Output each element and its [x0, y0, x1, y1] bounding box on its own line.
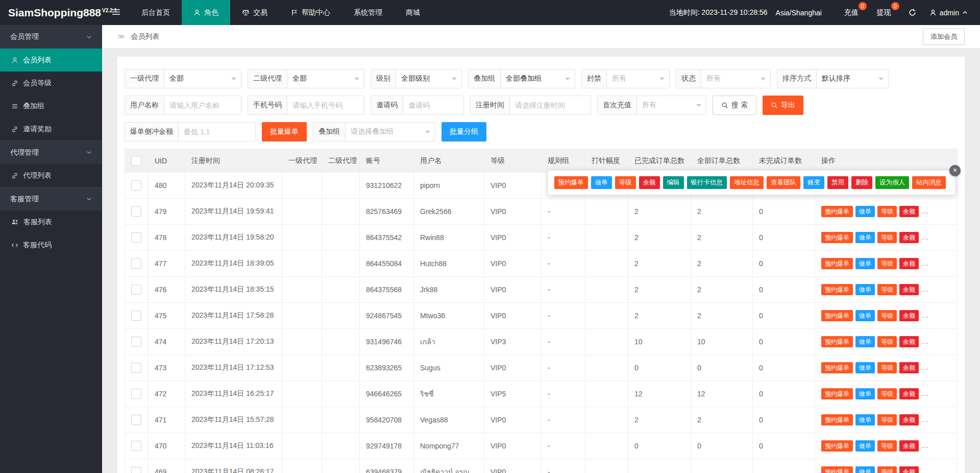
sidebar-item[interactable]: 代理列表 — [0, 164, 102, 187]
row-action-button[interactable]: 预约爆单 — [821, 388, 853, 399]
filter-select[interactable]: 请选择叠加组 — [346, 123, 435, 141]
popup-action-button[interactable]: 删除 — [851, 176, 872, 189]
row-action-button[interactable]: 等级 — [877, 258, 897, 269]
filter-select[interactable]: 默认排序 — [817, 69, 888, 88]
row-action-button[interactable]: 预约爆单 — [821, 310, 853, 321]
sidebar-group[interactable]: 客服管理 — [0, 187, 102, 210]
topmenu-item[interactable]: 系统管理 — [342, 0, 394, 25]
batch-group-button[interactable]: 批量分组 — [442, 122, 486, 141]
sidebar-item[interactable]: 会员列表 — [0, 49, 102, 72]
topmenu-item[interactable]: 商城 — [394, 0, 432, 25]
row-action-button[interactable]: 预约爆单 — [821, 440, 853, 452]
row-action-button[interactable]: 做单 — [855, 362, 875, 373]
export-button[interactable]: 导出 — [763, 96, 803, 115]
popup-action-button[interactable]: 设为假人 — [875, 176, 909, 189]
more-actions-button[interactable]: ... — [921, 467, 929, 473]
popup-action-button[interactable]: 等级 — [615, 176, 636, 189]
filter-select[interactable]: 全部叠加组 — [501, 69, 575, 88]
filter-select[interactable]: 所有 — [607, 69, 669, 88]
row-checkbox[interactable] — [131, 206, 141, 217]
row-action-button[interactable]: 预约爆单 — [821, 258, 853, 269]
row-action-button[interactable]: 等级 — [877, 206, 897, 217]
add-member-button[interactable]: 添加会员 — [923, 29, 965, 45]
row-action-button[interactable]: 做单 — [855, 232, 875, 243]
sidebar-item[interactable]: 会员等级 — [0, 72, 102, 94]
popup-action-button[interactable]: 查看团队 — [767, 176, 800, 189]
row-action-button[interactable]: 余额 — [899, 232, 919, 243]
row-action-button[interactable]: 预约爆单 — [821, 284, 853, 295]
row-checkbox[interactable] — [131, 467, 141, 473]
popup-close-icon[interactable]: × — [949, 165, 961, 176]
sidebar-toggle-icon[interactable] — [102, 8, 130, 17]
filter-input[interactable] — [287, 96, 364, 114]
row-action-button[interactable]: 预约爆单 — [821, 206, 853, 217]
row-action-button[interactable]: 预约爆单 — [821, 466, 853, 473]
quick-link[interactable]: 充值0 — [835, 0, 868, 25]
filter-select[interactable]: 全部级别 — [396, 69, 461, 88]
row-checkbox[interactable] — [131, 415, 141, 425]
more-actions-button[interactable]: ... — [921, 233, 929, 241]
topmenu-item[interactable]: 帮助中心 — [279, 0, 342, 25]
row-action-button[interactable]: 余额 — [899, 310, 919, 321]
row-checkbox[interactable] — [131, 337, 141, 347]
sidebar-group[interactable]: 代理管理 — [0, 140, 102, 164]
row-action-button[interactable]: 做单 — [855, 388, 875, 399]
more-actions-button[interactable]: ... — [921, 337, 929, 345]
row-action-button[interactable]: 等级 — [877, 362, 897, 373]
sidebar-item[interactable]: 客服代码 — [0, 233, 102, 256]
sidebar-item[interactable]: 叠加组 — [0, 94, 102, 117]
more-actions-button[interactable]: ... — [921, 311, 929, 319]
sidebar-group[interactable]: 会员管理 — [0, 25, 102, 49]
row-action-button[interactable]: 做单 — [855, 206, 875, 217]
filter-select[interactable]: 全部 — [287, 69, 364, 88]
sidebar-item[interactable]: 客服列表 — [0, 210, 102, 233]
filter-input[interactable] — [510, 96, 591, 114]
popup-action-button[interactable]: 做单 — [591, 176, 612, 189]
row-action-button[interactable]: 等级 — [877, 388, 897, 399]
row-action-button[interactable]: 等级 — [877, 440, 897, 452]
row-action-button[interactable]: 余额 — [899, 440, 919, 452]
popup-action-button[interactable]: 余额 — [639, 176, 660, 189]
row-action-button[interactable]: 做单 — [855, 310, 875, 321]
more-actions-button[interactable]: ... — [921, 441, 929, 450]
more-actions-button[interactable]: ... — [921, 207, 929, 215]
more-actions-button[interactable]: ... — [921, 389, 929, 397]
row-action-button[interactable]: 预约爆单 — [821, 232, 853, 243]
batch-boom-button[interactable]: 批量爆单 — [262, 122, 307, 141]
quick-link[interactable]: 提现0 — [868, 0, 900, 25]
row-action-button[interactable]: 预约爆单 — [821, 362, 853, 373]
row-action-button[interactable]: 等级 — [877, 284, 897, 295]
user-menu[interactable]: admin — [924, 9, 980, 17]
app-logo[interactable]: SiamShopping888V2.2.1 — [0, 7, 102, 19]
popup-action-button[interactable]: 禁用 — [827, 176, 848, 189]
filter-select[interactable]: 所有 — [701, 69, 770, 88]
more-actions-button[interactable]: ... — [921, 363, 929, 371]
row-action-button[interactable]: 预约爆单 — [821, 414, 853, 425]
sidebar-item[interactable]: 邀请奖励 — [0, 117, 102, 140]
row-action-button[interactable]: 余额 — [899, 466, 919, 473]
more-actions-button[interactable]: ... — [921, 259, 929, 267]
topmenu-item[interactable]: 交易 — [230, 0, 279, 25]
refresh-icon[interactable] — [900, 9, 924, 16]
filter-select[interactable]: 全部 — [164, 69, 241, 88]
row-checkbox[interactable] — [131, 232, 141, 243]
more-actions-button[interactable]: ... — [921, 415, 929, 423]
popup-action-button[interactable]: 预约爆单 — [554, 176, 588, 189]
row-action-button[interactable]: 等级 — [877, 310, 897, 321]
more-actions-button[interactable]: ... — [921, 285, 929, 293]
row-action-button[interactable]: 余额 — [899, 362, 919, 373]
row-action-button[interactable]: 做单 — [855, 414, 875, 425]
row-checkbox[interactable] — [131, 311, 141, 321]
row-action-button[interactable]: 等级 — [877, 414, 897, 425]
filter-select[interactable]: 所有 — [637, 96, 706, 114]
filter-input[interactable] — [164, 96, 241, 114]
row-checkbox[interactable] — [131, 363, 141, 373]
row-checkbox[interactable] — [131, 285, 141, 295]
row-action-button[interactable]: 做单 — [855, 440, 875, 452]
row-checkbox[interactable] — [131, 180, 141, 191]
topmenu-item[interactable]: 后台首页 — [130, 0, 182, 25]
row-action-button[interactable]: 余额 — [899, 284, 919, 295]
row-action-button[interactable]: 余额 — [899, 388, 919, 399]
select-all-checkbox[interactable] — [131, 156, 141, 166]
row-checkbox[interactable] — [131, 389, 141, 399]
